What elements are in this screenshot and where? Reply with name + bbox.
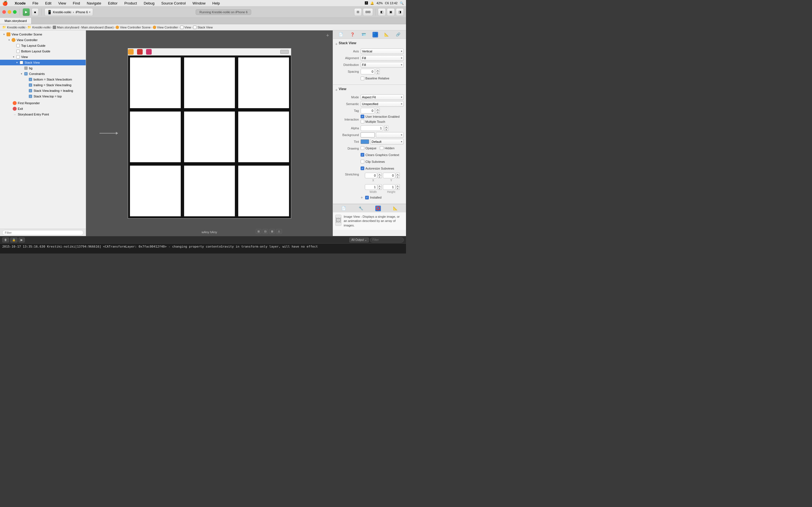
tree-item-constraint-bottom[interactable]: I bottom = Stack View.bottom (0, 76, 86, 82)
grid-cell-7[interactable] (183, 164, 237, 218)
traffic-yellow[interactable] (8, 10, 11, 14)
menu-file[interactable]: File (31, 1, 40, 5)
tree-arrow-vc-scene[interactable] (2, 33, 6, 36)
tree-item-constraints[interactable]: T Constraints (0, 71, 86, 76)
breadcrumb-krestiki-2[interactable]: 📁 Krestiki-noliki (28, 25, 50, 29)
canvas-size-btn[interactable]: ⊟ (262, 229, 268, 234)
stretch-h-stepper[interactable]: ▲ ▼ (396, 184, 400, 190)
tree-item-bottom-layout[interactable]: Bottom Layout Guide (0, 48, 86, 54)
scheme-selector[interactable]: 📱 Krestiki-noliki › iPhone 6 ▾ (45, 8, 93, 16)
inspector-size-icon[interactable]: 📐 (384, 32, 389, 38)
breadcrumb-vc[interactable]: View Controller (153, 25, 178, 29)
tree-item-view[interactable]: View (0, 54, 86, 60)
editor-standard-btn[interactable]: ⊟ (354, 8, 362, 16)
menu-source-control[interactable]: Source Control (160, 1, 187, 5)
stretch-y-up[interactable]: ▲ (396, 173, 400, 175)
tag-up[interactable]: ▲ (376, 108, 380, 111)
mode-select[interactable]: Aspect Fit ▾ (361, 94, 404, 100)
alpha-field[interactable]: 1 (361, 125, 383, 131)
background-select[interactable]: ▾ (376, 132, 404, 138)
traffic-red[interactable] (2, 10, 6, 14)
stretch-h-down[interactable]: ▼ (396, 187, 400, 190)
tree-item-constraint-top[interactable]: I Stack View.top = top (0, 94, 86, 99)
tree-item-first-responder[interactable]: First Responder (0, 100, 86, 106)
stretch-x-stepper[interactable]: ▲ ▼ (378, 173, 382, 178)
menu-xcode[interactable]: Xcode (13, 1, 27, 5)
menu-edit[interactable]: Edit (44, 1, 52, 5)
alignment-select[interactable]: Fill ▾ (361, 55, 404, 61)
tree-arrow-constraints[interactable] (19, 72, 24, 75)
hidden-checkbox[interactable] (380, 146, 384, 150)
stretch-w-field[interactable]: 1 (365, 184, 377, 190)
spacing-stepper[interactable]: ▲ ▼ (376, 69, 380, 74)
breadcrumb-krestiki-1[interactable]: 📁 Krestiki-noliki (2, 25, 26, 29)
tree-arrow-vc[interactable] (7, 39, 11, 41)
output-selector[interactable]: All Output ⌄ (349, 237, 369, 242)
canvas-pin-btn[interactable]: ⊠ (269, 229, 275, 234)
traffic-green[interactable] (13, 10, 17, 14)
tree-item-constraint-leading[interactable]: I Stack View.leading = leading (0, 88, 86, 94)
nav-filter-input[interactable] (2, 230, 84, 235)
tree-item-exit[interactable]: Exit (0, 106, 86, 112)
menu-debug[interactable]: Debug (143, 1, 156, 5)
breadcrumb-main-storyboard[interactable]: Main.storyboard (53, 25, 79, 29)
inspector-connections-icon[interactable]: 🔗 (395, 32, 401, 38)
installed-checkbox[interactable] (365, 196, 369, 200)
semantic-select[interactable]: Unspecified ▾ (361, 101, 404, 107)
view-section-add-btn[interactable]: + (335, 88, 338, 92)
alpha-stepper[interactable]: ▲ ▼ (384, 125, 388, 131)
stretch-x-down[interactable]: ▼ (378, 175, 382, 178)
stretch-h-up[interactable]: ▲ (396, 184, 400, 187)
bottom-tab-identity[interactable]: ⭕ (375, 206, 381, 211)
inspector-quick-help-icon[interactable]: ❓ (350, 32, 355, 38)
menu-editor[interactable]: Editor (107, 1, 119, 5)
grid-cell-2[interactable] (237, 56, 291, 110)
bottom-tab-attributes[interactable]: 🔧 (358, 206, 364, 211)
tint-swatch[interactable] (361, 139, 369, 144)
canvas-issues-btn[interactable]: ⚠ (276, 229, 282, 234)
stretch-x-up[interactable]: ▲ (378, 173, 382, 175)
baseline-checkbox[interactable] (361, 76, 364, 80)
tag-field[interactable]: 0 (361, 108, 375, 114)
spacing-down[interactable]: ▼ (376, 71, 380, 74)
breadcrumb-main-storyboard-base[interactable]: Main.storyboard (Base) (81, 25, 113, 29)
spacing-field[interactable]: 0 (361, 69, 375, 74)
tree-item-constraint-trailing[interactable]: I trailing = Stack View.trailing (0, 82, 86, 88)
grid-cell-0[interactable] (128, 56, 183, 110)
breadcrumb-stack-view[interactable]: Stack View (193, 25, 213, 29)
grid-cell-5[interactable] (237, 110, 291, 164)
section-add-btn[interactable]: + (335, 42, 338, 46)
background-swatch[interactable] (361, 132, 375, 137)
debug-btn[interactable]: ▣ (387, 8, 395, 16)
installed-add[interactable]: + (361, 195, 363, 200)
console-lock-btn[interactable]: 🔒 (10, 237, 17, 242)
axis-select[interactable]: Vertical ▾ (361, 48, 404, 54)
grid-cell-6[interactable] (128, 164, 183, 218)
tag-down[interactable]: ▼ (376, 111, 380, 114)
alpha-down[interactable]: ▼ (384, 128, 388, 131)
grid-cell-8[interactable] (237, 164, 291, 218)
tree-item-bg[interactable]: bg (0, 65, 86, 71)
spacing-up[interactable]: ▲ (376, 69, 380, 71)
distribution-select[interactable]: Fill ▾ (361, 62, 404, 68)
stretch-y-stepper[interactable]: ▲ ▼ (396, 173, 400, 178)
tree-item-stack-view[interactable]: Stack View (0, 60, 86, 65)
tint-select[interactable]: Default ▾ (370, 139, 404, 145)
console-filter-input[interactable] (370, 237, 404, 242)
menu-help[interactable]: Help (211, 1, 221, 5)
stretch-y-down[interactable]: ▼ (396, 175, 400, 178)
apple-menu[interactable]: 🍎 (2, 1, 8, 6)
tree-arrow-view[interactable] (11, 55, 16, 58)
inspector-identity-icon[interactable]: 🪪 (361, 32, 366, 38)
tree-item-vc[interactable]: View Controller (0, 37, 86, 43)
breadcrumb-vc-scene[interactable]: View Controller Scene (116, 25, 151, 29)
grid-cell-4[interactable] (183, 110, 237, 164)
tree-arrow-stack-view[interactable] (15, 61, 19, 64)
menu-product[interactable]: Product (123, 1, 138, 5)
alpha-up[interactable]: ▲ (384, 125, 388, 128)
multiple-touch-checkbox[interactable] (361, 120, 364, 123)
inspector-btn[interactable]: ◨ (396, 8, 404, 16)
clears-graphics-checkbox[interactable] (361, 153, 364, 157)
opaque-checkbox[interactable] (361, 146, 364, 150)
console-play-btn[interactable]: ▶ (18, 237, 25, 242)
